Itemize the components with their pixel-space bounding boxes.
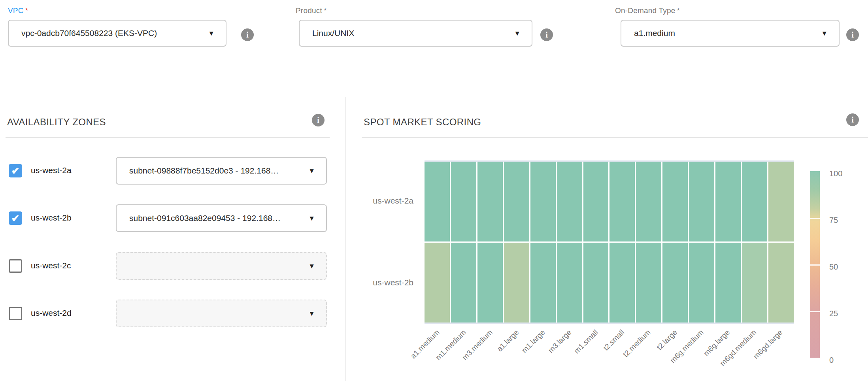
on-demand-type-info-icon[interactable]: i (846, 28, 859, 41)
heatmap-cell-us-west-2a-m1.medium (451, 162, 476, 241)
panel-divider (345, 97, 346, 381)
colorbar-separator (810, 311, 820, 312)
chevron-down-icon: ▼ (308, 263, 315, 270)
spot-market-scoring-title: SPOT MARKET SCORING (364, 117, 481, 128)
availability-zones-rule (6, 137, 330, 138)
on-demand-type-select-value: a1.medium (634, 28, 675, 38)
colorbar-tick-label-25: 25 (829, 309, 857, 318)
heatmap-cell-us-west-2a-m6g.large (715, 162, 741, 241)
heatmap-cell-us-west-2a-t2.large (662, 162, 688, 241)
heatmap-x-label-t2.large: t2.large (655, 328, 679, 352)
colorbar-tick-label-100: 100 (829, 169, 857, 178)
availability-zones-title: AVAILABILITY ZONES (7, 117, 106, 128)
chevron-down-icon: ▼ (308, 215, 315, 222)
heatmap-cell-us-west-2a-m3.medium (477, 162, 503, 241)
zone-checkbox-us-west-2a[interactable]: ✔ (9, 164, 22, 177)
zone-name-us-west-2d: us-west-2d (31, 308, 72, 318)
colorbar-tick-label-75: 75 (829, 216, 857, 225)
heatmap-cell-us-west-2b-a1.medium (425, 243, 450, 323)
info-glyph: i (246, 31, 249, 39)
heatmap-row-label-us-west-2b: us-west-2b (315, 278, 413, 287)
colorbar-separator (810, 264, 820, 266)
heatmap-cell-us-west-2b-m3.medium (477, 243, 503, 323)
zone-row-us-west-2a: ✔ us-west-2a subnet-09888f7be5152d0e3 - … (0, 157, 334, 185)
check-icon: ✔ (11, 166, 20, 176)
heatmap-cell-us-west-2b-m6g.large (715, 243, 741, 323)
info-glyph: i (317, 116, 319, 124)
heatmap-cell-us-west-2b-m1.small (583, 243, 609, 323)
heatmap-x-label-m3.large: m3.large (547, 328, 574, 355)
subnet-select-value: subnet-091c603aa82e09453 - 192.168… (129, 213, 281, 223)
product-info-icon[interactable]: i (540, 28, 553, 41)
colorbar-separator (810, 218, 820, 219)
heatmap-row-label-us-west-2a: us-west-2a (315, 196, 413, 206)
chevron-down-icon: ▼ (308, 168, 315, 174)
vpc-info-icon[interactable]: i (241, 28, 254, 41)
heatmap-cell-us-west-2b-m6gd.large (768, 243, 794, 323)
product-select-value: Linux/UNIX (312, 28, 354, 38)
heatmap-x-label-t2.medium: t2.medium (621, 328, 652, 359)
heatmap-cell-us-west-2a-a1.medium (425, 162, 450, 241)
spot-configuration-page: VPC* vpc-0adcb70f645508223 (EKS-VPC) ▼ i… (0, 0, 868, 381)
colorbar-tick-label-50: 50 (829, 262, 857, 272)
heatmap-cell-us-west-2b-m6g.medium (689, 243, 714, 323)
info-glyph: i (851, 31, 854, 39)
heatmap-cell-us-west-2b-m1.large (530, 243, 556, 323)
zone-name-us-west-2a: us-west-2a (31, 166, 72, 175)
check-icon: ✔ (11, 213, 20, 223)
on-demand-type-label: On-Demand Type* (615, 6, 680, 15)
zone-row-us-west-2d: ✔ us-west-2d ▼ (0, 300, 334, 327)
heatmap-cell-us-west-2b-t2.large (662, 243, 688, 323)
required-asterisk: * (677, 6, 680, 15)
heatmap-cell-us-west-2a-m6g.medium (689, 162, 714, 241)
heatmap-cell-us-west-2a-a1.large (504, 162, 529, 241)
heatmap-x-label-m1.small: m1.small (572, 328, 600, 355)
spot-market-scoring-rule (362, 137, 868, 138)
subnet-select-us-west-2c[interactable]: ▼ (116, 252, 327, 280)
heatmap-cell-us-west-2a-m6gd.large (768, 162, 794, 241)
info-glyph: i (851, 116, 854, 124)
heatmap-cell-us-west-2a-m3.large (557, 162, 582, 241)
heatmap-cell-us-west-2a-m1.large (530, 162, 556, 241)
zone-checkbox-us-west-2d[interactable]: ✔ (9, 307, 22, 320)
vpc-label: VPC* (8, 6, 28, 15)
subnet-select-us-west-2b[interactable]: subnet-091c603aa82e09453 - 192.168… ▼ (116, 204, 327, 232)
vpc-select[interactable]: vpc-0adcb70f645508223 (EKS-VPC) ▼ (8, 20, 226, 47)
vpc-label-text: VPC (8, 6, 24, 15)
heatmap-x-label-a1.large: a1.large (495, 328, 521, 353)
zone-name-us-west-2c: us-west-2c (31, 261, 71, 270)
availability-zones-info-icon[interactable]: i (312, 114, 325, 126)
heatmap-cell-us-west-2b-m3.large (557, 243, 582, 323)
heatmap-cell-us-west-2a-t2.medium (636, 162, 661, 241)
zone-checkbox-us-west-2b[interactable]: ✔ (9, 211, 22, 225)
info-glyph: i (545, 31, 548, 39)
subnet-select-us-west-2a[interactable]: subnet-09888f7be5152d0e3 - 192.168… ▼ (116, 157, 327, 185)
chevron-down-icon: ▼ (208, 30, 215, 37)
zone-row-us-west-2c: ✔ us-west-2c ▼ (0, 252, 334, 280)
product-label: Product* (296, 6, 327, 15)
heatmap-cell-us-west-2a-m6gd.medium (742, 162, 767, 241)
colorbar-tick-label-0: 0 (829, 356, 857, 365)
chevron-down-icon: ▼ (308, 310, 315, 317)
spot-market-scoring-info-icon[interactable]: i (846, 113, 859, 126)
heatmap-x-label-m1.large: m1.large (520, 328, 547, 355)
heatmap-cell-us-west-2b-t2.medium (636, 243, 661, 323)
chevron-down-icon: ▼ (821, 30, 828, 37)
heatmap-x-label-t2.small: t2.small (602, 328, 626, 353)
required-asterisk: * (324, 6, 327, 15)
on-demand-type-select[interactable]: a1.medium ▼ (621, 20, 840, 47)
zone-name-us-west-2b: us-west-2b (31, 213, 72, 223)
heatmap-cell-us-west-2b-m1.medium (451, 243, 476, 323)
heatmap-cell-us-west-2a-t2.small (609, 162, 635, 241)
zone-checkbox-us-west-2c[interactable]: ✔ (9, 259, 22, 273)
zone-row-us-west-2b: ✔ us-west-2b subnet-091c603aa82e09453 - … (0, 204, 334, 232)
vpc-select-value: vpc-0adcb70f645508223 (EKS-VPC) (21, 28, 157, 38)
product-select[interactable]: Linux/UNIX ▼ (299, 20, 532, 47)
heatmap-cell-us-west-2b-a1.large (504, 243, 529, 323)
subnet-select-us-west-2d[interactable]: ▼ (116, 300, 327, 327)
on-demand-type-label-text: On-Demand Type (615, 6, 675, 15)
subnet-select-value: subnet-09888f7be5152d0e3 - 192.168… (129, 166, 279, 175)
chevron-down-icon: ▼ (514, 30, 521, 37)
heatmap-cell-us-west-2a-m1.small (583, 162, 609, 241)
heatmap-cell-us-west-2b-t2.small (609, 243, 635, 323)
